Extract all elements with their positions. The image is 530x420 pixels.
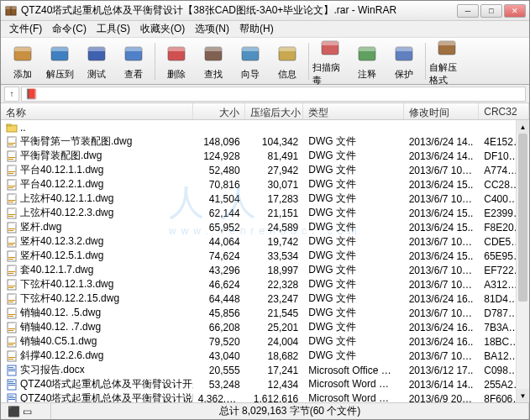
file-list[interactable]: ..平衡臂第一节装配图.dwg148,096104,342DWG 文件2013/… <box>1 120 529 402</box>
menu-item[interactable]: 帮助(H) <box>234 20 279 38</box>
svg-rect-36 <box>8 159 13 160</box>
tool-自解压格式[interactable]: 自解压格式 <box>428 40 465 82</box>
column-crc[interactable]: CRC32 <box>479 103 529 119</box>
tool-测试[interactable]: 测试 <box>78 40 115 82</box>
svg-rect-72 <box>8 287 13 288</box>
menu-item[interactable]: 选项(N) <box>190 20 234 38</box>
file-row[interactable]: 上弦杆40.12.1.1.dwg41,50417,283DWG 文件2013/6… <box>1 192 529 206</box>
tool-label: 测试 <box>87 68 106 81</box>
menu-item[interactable]: 命令(C) <box>47 20 92 38</box>
tool-解压到[interactable]: 解压到 <box>41 40 78 82</box>
address-field[interactable]: 📕 <box>21 87 526 102</box>
file-row[interactable]: 竖杆.dwg65,95224,589DWG 文件2013/6/24 15..F8… <box>1 220 529 234</box>
file-modified: 2013/6/7 10:48 <box>404 350 480 362</box>
menu-item[interactable]: 工具(S) <box>92 20 135 38</box>
svg-rect-20 <box>322 41 338 45</box>
svg-rect-61 <box>8 251 16 261</box>
tool-label: 解压到 <box>46 68 74 81</box>
file-type: DWG 文件 <box>303 234 403 249</box>
tool-label: 注释 <box>358 68 376 81</box>
file-row[interactable]: 上弦杆40.12.2.3.dwg62,14421,151DWG 文件2013/6… <box>1 206 529 220</box>
file-row[interactable]: 斜撑40.12.2.6.dwg43,04018,682DWG 文件2013/6/… <box>1 349 529 363</box>
scroll-up[interactable]: ▲ <box>517 120 529 134</box>
tool-扫描病毒[interactable]: 扫描病毒 <box>312 40 349 82</box>
svg-rect-39 <box>8 171 15 172</box>
file-type: DWG 文件 <box>303 263 403 277</box>
file-name: 上弦杆40.12.1.1.dwg <box>1 192 193 206</box>
svg-rect-8 <box>88 47 105 51</box>
menu-item[interactable]: 收藏夹(O) <box>135 20 190 38</box>
tool-向导[interactable]: 向导 <box>232 40 269 82</box>
file-modified: 2013/6/7 10:47 <box>404 307 480 319</box>
svg-rect-65 <box>8 265 16 276</box>
file-size: 44,064 <box>193 236 245 248</box>
svg-rect-96 <box>8 370 15 371</box>
svg-rect-56 <box>8 230 13 231</box>
column-size[interactable]: 大小 <box>193 103 245 119</box>
file-packed: 104,342 <box>245 136 304 148</box>
tool-icon <box>391 41 417 66</box>
svg-rect-16 <box>242 47 259 51</box>
minimize-button[interactable]: ─ <box>457 4 479 18</box>
svg-rect-91 <box>8 357 15 358</box>
file-row[interactable]: 下弦杆40.12.2.15.dwg64,44823,247DWG 文件2013/… <box>1 291 529 306</box>
tool-label: 扫描病毒 <box>312 61 348 87</box>
svg-rect-31 <box>8 143 15 144</box>
scroll-thumb[interactable] <box>518 134 527 302</box>
file-name: QTZ40塔式起重机总体及平衡臂设计开题报告.doc <box>1 377 193 391</box>
close-button[interactable]: ✕ <box>504 4 526 18</box>
file-row[interactable]: 竖杆40.12.3.2.dwg44,06419,742DWG 文件2013/6/… <box>1 234 529 249</box>
column-packed[interactable]: 压缩后大小 <box>245 103 304 119</box>
file-row[interactable]: 竖杆40.12.5.1.dwg74,62433,534DWG 文件2013/6/… <box>1 249 529 263</box>
nav-up-button[interactable]: ↑ <box>4 87 19 102</box>
svg-rect-84 <box>8 330 13 331</box>
file-name: 竖杆40.12.3.2.dwg <box>1 234 193 249</box>
scrollbar[interactable]: ▲ ▼ <box>516 120 529 402</box>
tool-icon <box>201 41 226 66</box>
file-row[interactable]: 平衡臂第一节装配图.dwg148,096104,342DWG 文件2013/6/… <box>1 134 529 149</box>
updir-row[interactable]: .. <box>1 120 529 134</box>
scroll-down[interactable]: ▼ <box>517 389 529 402</box>
svg-rect-88 <box>8 344 13 345</box>
maximize-button[interactable]: □ <box>480 4 502 18</box>
menu-item[interactable]: 文件(F) <box>4 20 47 38</box>
svg-rect-51 <box>8 214 15 215</box>
tool-查找[interactable]: 查找 <box>195 40 232 82</box>
status-left: ⬛ ▭ <box>1 403 51 419</box>
column-modified[interactable]: 修改时间 <box>404 103 480 119</box>
file-row[interactable]: 平台40.12.2.1.dwg70,81630,071DWG 文件2013/6/… <box>1 177 529 192</box>
tool-注释[interactable]: 注释 <box>349 40 386 82</box>
file-row[interactable]: QTZ40塔式起重机总体及平衡臂设计开题报告.doc53,24812,434Mi… <box>1 377 529 391</box>
svg-rect-99 <box>8 383 15 384</box>
svg-rect-40 <box>8 173 13 174</box>
tool-保护[interactable]: 保护 <box>386 40 422 82</box>
svg-rect-44 <box>8 187 13 188</box>
svg-rect-81 <box>8 323 16 333</box>
file-size: 41,504 <box>193 193 245 205</box>
svg-rect-68 <box>8 273 13 274</box>
file-row[interactable]: 销轴40.C5.1.dwg79,52024,004DWG 文件2013/6/24… <box>1 334 529 349</box>
svg-rect-33 <box>8 151 16 161</box>
file-row[interactable]: 下弦杆40.12.1.3.dwg46,62422,328DWG 文件2013/6… <box>1 277 529 291</box>
file-row[interactable]: 平台40.12.1.1.dwg52,48027,942DWG 文件2013/6/… <box>1 163 529 177</box>
file-row[interactable]: 销轴40.12. .7.dwg66,20825,201DWG 文件2013/6/… <box>1 320 529 334</box>
column-name[interactable]: 名称 <box>1 103 193 119</box>
tool-添加[interactable]: 添加 <box>4 40 41 82</box>
file-packed: 24,589 <box>245 222 304 234</box>
file-row[interactable]: 销轴40.12. .5.dwg45,85621,545DWG 文件2013/6/… <box>1 306 529 320</box>
file-row[interactable]: QTZ40塔式起重机总体及平衡臂设计说明书.doc4,362,7521,612,… <box>1 391 529 402</box>
file-row[interactable]: 实习报告.docx20,55517,241Microsoft Office Wo… <box>1 363 529 377</box>
file-name: 实习报告.docx <box>1 363 193 377</box>
tool-查看[interactable]: 查看 <box>115 40 152 82</box>
file-row[interactable]: 套40.12.1.7.dwg43,29618,997DWG 文件2013/6/7… <box>1 263 529 277</box>
file-row[interactable]: 平衡臂装配图.dwg124,92881,491DWG 文件2013/6/24 1… <box>1 149 529 163</box>
file-packed: 17,241 <box>245 365 304 376</box>
tool-删除[interactable]: 删除 <box>158 40 195 82</box>
file-type: DWG 文件 <box>303 192 403 206</box>
file-packed: 81,491 <box>245 150 304 162</box>
column-type[interactable]: 类型 <box>303 103 403 119</box>
tool-信息[interactable]: 信息 <box>269 40 306 82</box>
svg-rect-76 <box>8 302 13 302</box>
addressbar: ↑ 📕 <box>1 85 529 103</box>
titlebar: QTZ40塔式起重机总体及平衡臂设计【38张CAD图纸-3A0+毕业论文】.ra… <box>1 1 529 21</box>
